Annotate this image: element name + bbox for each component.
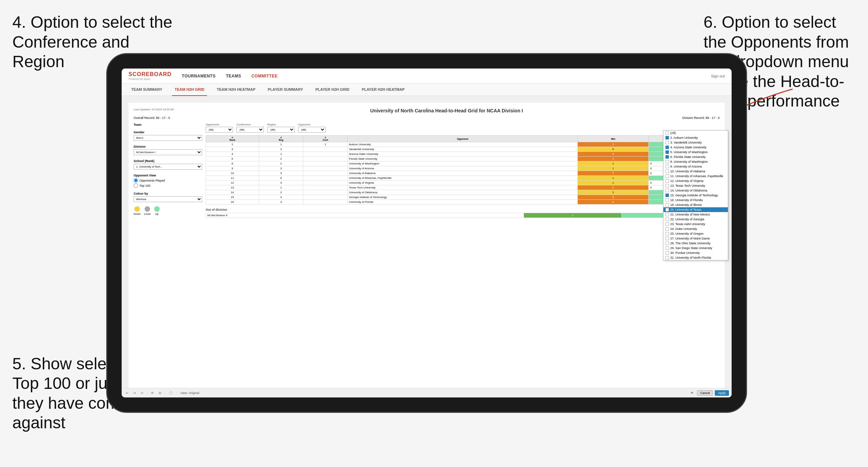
dropdown-item[interactable]: 8. University of Washington	[663, 159, 725, 164]
dropdown-item[interactable]: 4. Arizona State University	[663, 145, 725, 150]
dropdown-checkbox	[665, 184, 669, 187]
cell-win: 0	[578, 147, 649, 152]
dropdown-item-label: 30. Purdue University	[670, 251, 700, 255]
cell-conf	[303, 161, 347, 166]
opponent-dropdown[interactable]: (All)2. Auburn University3. Vanderbilt U…	[663, 130, 725, 260]
dropdown-item[interactable]: 29. San Diego State University	[663, 246, 725, 250]
dropdown-item[interactable]: 21. University of New Mexico	[663, 212, 725, 217]
th-win: Win	[578, 136, 649, 142]
subnav-player-h2h-grid[interactable]: PLAYER H2H GRID	[313, 84, 352, 96]
cell-reg: 1	[259, 142, 303, 147]
dropdown-checkbox	[665, 227, 669, 231]
dropdown-item[interactable]: 9. University of Arizona	[663, 164, 725, 169]
cell-rank: 13	[206, 185, 259, 190]
cell-reg: 2	[259, 147, 303, 152]
dropdown-item-label: (All)	[670, 131, 676, 135]
cell-win: 5	[578, 200, 649, 205]
dropdown-item[interactable]: 23. Texas A&M University	[663, 222, 725, 226]
cell-conf	[303, 166, 347, 171]
filter-region-select[interactable]: (All)	[267, 127, 295, 133]
dropdown-checkbox	[665, 150, 669, 154]
cell-name: University of Arkansas, Fayetteville	[347, 176, 578, 181]
colour-select[interactable]: Win/loss	[134, 196, 202, 202]
cancel-button[interactable]: Cancel	[697, 390, 713, 391]
gender-select[interactable]: Men's	[134, 135, 202, 141]
cell-conf: 1	[303, 142, 347, 147]
dropdown-item[interactable]: 22. University of Georgia	[663, 217, 725, 222]
gender-label: Gender	[134, 131, 202, 134]
dropdown-item[interactable]: 6. Florida State University	[663, 155, 725, 159]
filter-opponents-select[interactable]: (All)	[206, 127, 233, 133]
radio-opponents-played[interactable]: Opponents Played	[134, 178, 202, 183]
dropdown-checkbox	[665, 179, 669, 183]
dropdown-item[interactable]: 2. Auburn University	[663, 135, 725, 140]
dropdown-item[interactable]: 16. University of Florida	[663, 198, 725, 202]
dropdown-checkbox	[665, 170, 669, 173]
dropdown-item[interactable]: 31. University of North Florida	[663, 255, 725, 260]
filter-opponent-select[interactable]: (All)	[298, 127, 326, 133]
logo-sub: Powered by Sport	[129, 77, 172, 81]
out-of-div-name: NCAA Division II	[206, 213, 524, 218]
colour-label: Colour by	[134, 192, 202, 195]
team-section: Team	[134, 123, 202, 126]
dropdown-checkbox	[665, 256, 669, 259]
dropdown-item-label: 15. Georgia Institute of Technology	[670, 194, 718, 197]
dropdown-item[interactable]: 13. Texas Tech University	[663, 183, 725, 188]
cell-conf	[303, 185, 347, 190]
dropdown-item[interactable]: 15. Georgia Institute of Technology	[663, 193, 725, 198]
dropdown-item[interactable]: 3. Vanderbilt University	[663, 140, 725, 145]
apply-button[interactable]: Apply	[715, 390, 725, 391]
dropdown-checkbox	[665, 141, 669, 144]
subnav-team-h2h-grid[interactable]: TEAM H2H GRID	[172, 84, 207, 96]
subnav-team-h2h-heatmap[interactable]: TEAM H2H HEATMAP	[214, 84, 258, 96]
nav-committee[interactable]: COMMITTEE	[252, 74, 278, 78]
cell-rank: 11	[206, 176, 259, 181]
dropdown-item-label: 22. University of Georgia	[670, 218, 704, 221]
radio-top100[interactable]: Top 100	[134, 183, 202, 188]
dropdown-item[interactable]: 18. University of Illinois	[663, 202, 725, 207]
cell-rank: 4	[206, 152, 259, 157]
dropdown-item[interactable]: 12. University of Virginia	[663, 179, 725, 183]
dropdown-item[interactable]: (All)	[663, 131, 725, 135]
cell-conf	[303, 195, 347, 200]
out-of-division-label: Out of division	[206, 208, 720, 211]
dropdown-item[interactable]: 5. University of Washington	[663, 150, 725, 155]
cell-name: University of Virginia	[347, 181, 578, 185]
nav-signout[interactable]: Sign out	[711, 74, 725, 78]
dropdown-item[interactable]: 30. Purdue University	[663, 250, 725, 255]
dropdown-item[interactable]: 28. The Ohio State University	[663, 241, 725, 246]
nav-tournaments[interactable]: TOURNAMENTS	[182, 74, 216, 78]
subnav-team-summary[interactable]: TEAM SUMMARY	[129, 84, 165, 96]
division-select[interactable]: NCAA Division I	[134, 149, 202, 155]
subnav-player-h2h-heatmap[interactable]: PLAYER H2H HEATMAP	[359, 84, 407, 96]
dropdown-checkbox	[665, 242, 669, 245]
cell-name: Arizona State University	[347, 152, 578, 157]
toolbar: ↩ ↪ ↩ | ⟳ ⊡ | 🕐 | View: Original 👁 Cance…	[129, 388, 725, 391]
table-row: 10 5 University of Alabama 3 0	[206, 171, 720, 176]
dropdown-item[interactable]: 14. University of Oklahoma	[663, 188, 725, 193]
dropdown-item[interactable]: 27. University of Notre Dame	[663, 236, 725, 241]
logo-area: SCOREBOARD Powered by Sport	[129, 71, 172, 81]
nav-teams[interactable]: TEAMS	[226, 74, 241, 78]
dropdown-item[interactable]: 10. University of Alabama	[663, 169, 725, 174]
subnav-player-summary[interactable]: PLAYER SUMMARY	[265, 84, 306, 96]
dropdown-item-label: 2. Auburn University	[670, 136, 698, 139]
dropdown-item[interactable]: 11. University of Arkansas, Fayetteville	[663, 174, 725, 179]
cell-rank: 16	[206, 200, 259, 205]
cell-reg: 1	[259, 152, 303, 157]
legend-label-down: Down	[134, 212, 140, 216]
legend-level: Level	[144, 206, 150, 216]
table-row: 9 3 University of Arizona 1 0	[206, 166, 720, 171]
radio-top100-input[interactable]	[134, 183, 138, 188]
filter-conference-select[interactable]: (All)	[236, 127, 264, 133]
dropdown-checkbox	[665, 136, 669, 139]
radio-opponents-input[interactable]	[134, 178, 138, 183]
dropdown-item[interactable]: 20. University of Texas	[663, 207, 725, 212]
dropdown-item-label: 3. Vanderbilt University	[670, 141, 702, 144]
cell-rank: 2	[206, 142, 259, 147]
dropdown-item-label: 11. University of Arkansas, Fayetteville	[670, 174, 723, 178]
cell-conf	[303, 200, 347, 205]
dropdown-item[interactable]: 25. University of Oregon	[663, 231, 725, 236]
dropdown-item[interactable]: 24. Duke University	[663, 226, 725, 231]
school-select[interactable]: 1. University of Nort...	[134, 164, 202, 170]
